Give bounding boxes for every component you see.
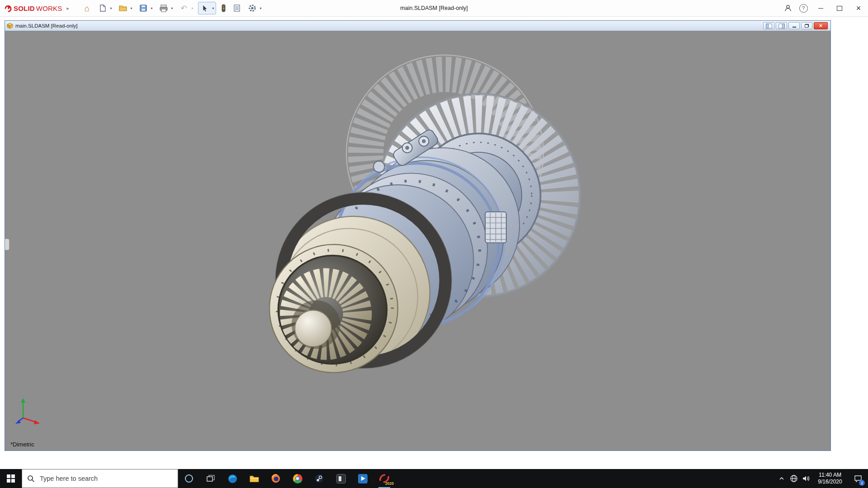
doc-minimize-button[interactable] [788,22,800,29]
status-light-button[interactable] [219,2,227,14]
select-cursor-icon [201,4,209,12]
doc-close-button[interactable]: × [814,22,828,29]
brand-solid-text: SOLID [14,5,35,12]
solidworks-logo: SOLIDWORKS [4,4,62,13]
system-tray: 11:40 AM 9/16/2020 2 [775,469,868,488]
options-button[interactable] [246,2,258,14]
print-button[interactable] [157,2,170,14]
dassault-logo-mark [4,4,12,13]
new-document-caret[interactable]: ▾ [108,6,113,10]
clock-time: 11:40 AM [819,472,841,479]
pane-left-icon [766,23,772,28]
sign-in-button[interactable] [780,0,796,16]
clock-date: 9/16/2020 [818,479,842,485]
steam-icon [314,474,324,483]
task-view-icon [206,474,216,483]
windows-logo-icon [7,474,15,483]
maximize-icon [837,6,842,11]
help-icon: ? [799,4,808,13]
windows-taskbar: 2020 11:40 AM 9/16/2020 [0,469,868,488]
doc-minimize-icon [793,27,796,28]
cortana-button[interactable] [178,469,200,488]
menu-flyout-arrow[interactable]: ▸ [67,5,70,11]
solidworks-year-badge: 2020 [385,481,394,486]
select-tool-button[interactable] [198,2,211,14]
file-explorer-icon [249,474,259,483]
pane-right-icon [778,23,785,28]
options-caret[interactable]: ▾ [258,6,263,10]
gear-icon [248,4,257,13]
app-window-button[interactable] [330,469,352,488]
help-button[interactable]: ? [796,0,811,16]
file-explorer-button[interactable] [243,469,265,488]
solidworks-taskbar-button[interactable]: 2020 [373,469,395,488]
save-icon [139,4,147,12]
app-window-icon [336,474,346,483]
open-caret[interactable]: ▾ [129,6,134,10]
panel-collapse-tab[interactable] [5,239,9,250]
print-caret[interactable]: ▾ [170,6,175,10]
media-player-button[interactable] [352,469,373,488]
chrome-icon [293,474,302,483]
select-tool-caret[interactable]: ▾ [211,6,216,10]
firefox-icon [271,474,281,483]
new-document-button[interactable] [96,2,108,14]
media-player-icon [358,474,368,483]
edge-button[interactable] [222,469,243,488]
print-icon [159,4,168,13]
task-view-button[interactable] [200,469,222,488]
new-document-icon [99,4,107,12]
person-icon [783,4,793,13]
graphics-viewport[interactable]: *Dimetric [5,31,830,450]
open-button[interactable] [117,2,129,14]
volume-button[interactable] [800,469,812,488]
save-caret[interactable]: ▾ [149,6,154,10]
close-icon: × [856,4,861,12]
speaker-icon [802,474,811,483]
document-title: main.SLDASM [Read-only] [15,23,77,28]
save-button[interactable] [137,2,149,14]
minimize-icon [818,8,823,9]
view-orientation-label: *Dimetric [10,441,34,448]
pane-left-button[interactable] [763,22,774,29]
taskbar-search[interactable] [22,469,178,488]
search-icon [27,475,35,483]
chrome-button[interactable] [287,469,308,488]
quick-access-toolbar: ⌂ ▾ ▾ [81,2,266,14]
search-input[interactable] [39,474,173,483]
network-globe-icon [789,474,798,483]
undo-caret[interactable]: ▾ [190,6,195,10]
chevron-up-icon [778,475,785,482]
minimize-button[interactable] [811,0,830,16]
maximize-button[interactable] [830,0,849,16]
brand-works-text: WORKS [36,5,62,12]
home-icon: ⌂ [85,4,90,13]
orientation-triad [15,394,44,426]
engine-model[interactable] [5,31,830,450]
properties-button[interactable] [231,2,243,14]
document-window: main.SLDASM [Read-only] × [5,20,831,451]
start-button[interactable] [0,469,22,488]
status-light-icon [221,4,226,12]
open-folder-icon [118,4,127,12]
cortana-icon [184,474,194,483]
steam-button[interactable] [308,469,330,488]
action-center-button[interactable]: 2 [848,469,868,488]
doc-restore-icon [805,24,809,28]
document-titlebar[interactable]: main.SLDASM [Read-only] × [5,21,830,31]
network-button[interactable] [788,469,800,488]
pane-right-button[interactable] [776,22,787,29]
home-button[interactable]: ⌂ [81,2,93,14]
undo-button[interactable]: ↶ [178,2,190,14]
doc-restore-button[interactable] [801,22,812,29]
app-titlebar: SOLIDWORKS ▸ ⌂ ▾ ▾ [0,0,868,17]
browser-button[interactable] [265,469,287,488]
hidden-icons-button[interactable] [775,469,788,488]
close-button[interactable]: × [849,0,868,16]
sheet-icon [233,4,241,12]
doc-close-icon: × [819,23,822,28]
notification-badge: 2 [859,480,865,486]
undo-icon: ↶ [180,5,187,12]
taskbar-clock[interactable]: 11:40 AM 9/16/2020 [812,469,848,488]
assembly-icon [7,23,13,29]
